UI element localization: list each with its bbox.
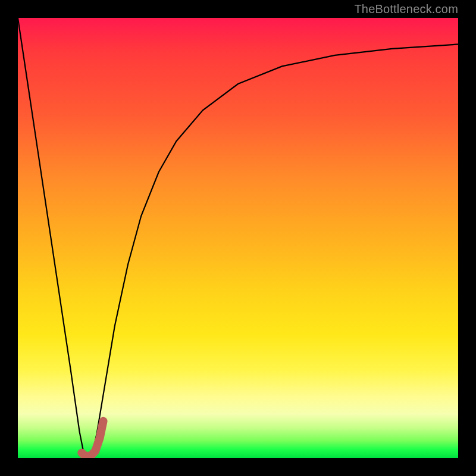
chart-frame: TheBottleneck.com bbox=[0, 0, 476, 476]
bottleneck-curve bbox=[18, 18, 458, 458]
plot-area bbox=[18, 18, 458, 458]
curve-layer bbox=[18, 18, 458, 458]
marker-hook bbox=[82, 421, 103, 456]
watermark-text: TheBottleneck.com bbox=[354, 2, 458, 16]
